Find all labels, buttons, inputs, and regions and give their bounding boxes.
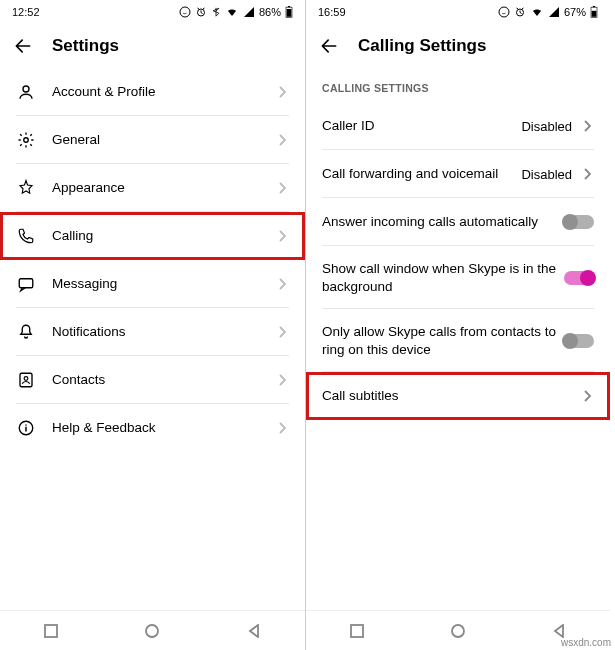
settings-item-label: Help & Feedback [52,419,275,437]
setting-label: Show call window when Skype is in the ba… [322,260,564,295]
settings-item-label: Contacts [52,371,275,389]
nav-back-button[interactable] [242,619,266,643]
setting-label: Only allow Skype calls from contacts to … [322,323,564,358]
header-left: Settings [0,24,305,68]
section-header: CALLING SETTINGS [306,68,610,102]
nav-recent-button[interactable] [39,619,63,643]
battery-percent: 86% [259,6,281,18]
account-icon [16,82,36,102]
svg-point-12 [146,625,158,637]
chevron-right-icon [275,229,289,243]
settings-item-label: Calling [52,227,275,245]
setting-label: Caller ID [322,117,521,135]
chevron-right-icon [275,373,289,387]
chevron-right-icon [275,325,289,339]
svg-rect-16 [593,6,595,7]
bluetooth-icon [211,6,221,18]
back-button[interactable] [12,35,34,57]
whatsapp-icon [498,6,510,18]
statusbar-icons-right: 67% [498,6,598,18]
info-icon [16,418,36,438]
svg-rect-17 [592,11,597,17]
alarm-icon [514,6,526,18]
statusbar-icons-left: 86% [179,6,293,18]
gear-icon [16,130,36,150]
settings-item-notifications[interactable]: Notifications [0,308,305,356]
toggle-auto-answer[interactable] [564,215,594,229]
settings-list: Account & Profile General Appearance Cal… [0,68,305,610]
watermark: wsxdn.com [561,637,611,648]
svg-rect-11 [45,625,57,637]
chevron-right-icon [580,119,594,133]
nav-home-button[interactable] [446,619,470,643]
back-icon [13,36,33,56]
wifi-icon [225,6,239,18]
statusbar-left: 12:52 86% [0,0,305,24]
page-title: Calling Settings [358,36,486,56]
navbar-left [0,610,305,650]
toggle-contacts-only[interactable] [564,334,594,348]
back-button[interactable] [318,35,340,57]
calling-settings-list: CALLING SETTINGS Caller ID Disabled Call… [306,68,610,610]
svg-rect-18 [351,625,363,637]
settings-item-messaging[interactable]: Messaging [0,260,305,308]
wifi-icon [530,6,544,18]
settings-item-account-profile[interactable]: Account & Profile [0,68,305,116]
svg-point-5 [23,86,29,92]
chevron-right-icon [275,277,289,291]
settings-item-contacts[interactable]: Contacts [0,356,305,404]
statusbar-right: 16:59 67% [306,0,610,24]
svg-rect-3 [288,6,290,7]
phone-icon [16,226,36,246]
contacts-icon [16,370,36,390]
settings-item-label: Appearance [52,179,275,197]
setting-value: Disabled [521,119,572,134]
toggle-show-call-window[interactable] [564,271,594,285]
svg-point-19 [452,625,464,637]
settings-item-appearance[interactable]: Appearance [0,164,305,212]
back-icon [319,36,339,56]
messaging-icon [16,274,36,294]
settings-item-calling[interactable]: Calling [0,212,305,260]
settings-screen: 12:52 86% Settings Account & Profile Gen… [0,0,305,650]
svg-rect-7 [19,279,33,288]
chevron-right-icon [275,133,289,147]
setting-label: Answer incoming calls automatically [322,213,564,231]
chevron-right-icon [580,389,594,403]
setting-label: Call subtitles [322,387,580,405]
bell-icon [16,322,36,342]
chevron-right-icon [580,167,594,181]
setting-call-forwarding[interactable]: Call forwarding and voicemail Disabled [306,150,610,198]
setting-show-call-window[interactable]: Show call window when Skype is in the ba… [306,246,610,309]
settings-item-label: Account & Profile [52,83,275,101]
statusbar-time: 16:59 [318,6,346,18]
settings-item-general[interactable]: General [0,116,305,164]
nav-home-button[interactable] [140,619,164,643]
settings-item-label: Messaging [52,275,275,293]
svg-point-13 [499,7,509,17]
settings-item-label: General [52,131,275,149]
appearance-icon [16,178,36,198]
battery-icon [590,6,598,18]
alarm-icon [195,6,207,18]
chevron-right-icon [275,85,289,99]
settings-item-help-feedback[interactable]: Help & Feedback [0,404,305,452]
setting-auto-answer[interactable]: Answer incoming calls automatically [306,198,610,246]
svg-rect-4 [287,9,292,17]
setting-value: Disabled [521,167,572,182]
battery-percent: 67% [564,6,586,18]
battery-icon [285,6,293,18]
statusbar-time: 12:52 [12,6,40,18]
header-right: Calling Settings [306,24,610,68]
svg-point-9 [24,377,28,381]
page-title: Settings [52,36,119,56]
setting-label: Call forwarding and voicemail [322,165,521,183]
setting-contacts-only[interactable]: Only allow Skype calls from contacts to … [306,309,610,372]
calling-settings-screen: 16:59 67% Calling Settings CALLING SETTI… [305,0,610,650]
nav-recent-button[interactable] [345,619,369,643]
settings-item-label: Notifications [52,323,275,341]
svg-point-0 [180,7,190,17]
setting-caller-id[interactable]: Caller ID Disabled [306,102,610,150]
svg-point-6 [24,138,29,143]
setting-call-subtitles[interactable]: Call subtitles [306,372,610,420]
